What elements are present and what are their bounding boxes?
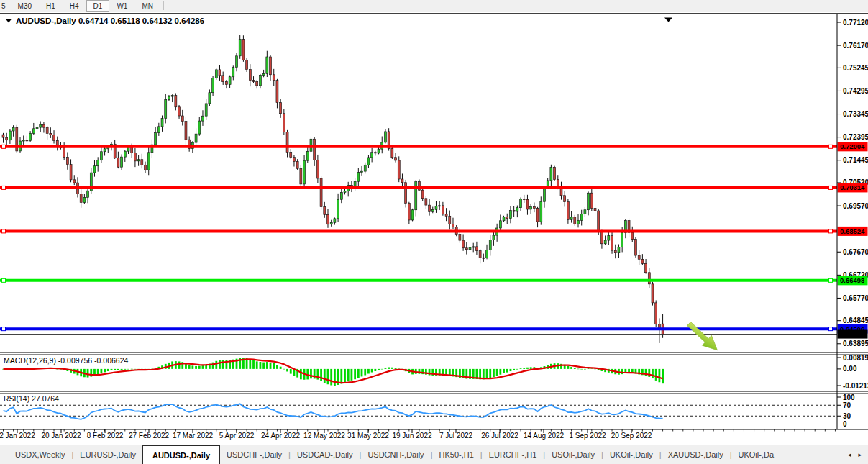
- macd-histogram-bar: [574, 368, 576, 369]
- tab-scroll-left-icon[interactable]: ◂: [844, 450, 855, 460]
- candle-body: [493, 235, 495, 240]
- macd-histogram-bar: [195, 366, 197, 369]
- chart-title-group: AUDUSD-,Daily 0.64714 0.65118 0.64132 0.…: [6, 17, 204, 25]
- tab-ukoil-da[interactable]: UKOil-,Da: [732, 445, 781, 464]
- candle-body: [509, 211, 511, 219]
- tab-ukoil-daily[interactable]: UKOil-,Daily: [603, 445, 659, 464]
- tf-button-m30[interactable]: M30: [11, 0, 39, 12]
- candle-body: [371, 153, 373, 158]
- tab-hk50-h1[interactable]: HK50-,H1: [432, 445, 480, 464]
- candle-body: [290, 152, 292, 157]
- hline-handle[interactable]: [2, 186, 6, 189]
- macd-histogram-bar: [530, 367, 532, 368]
- hline-handle[interactable]: [829, 186, 833, 189]
- macd-histogram-bar: [652, 369, 654, 378]
- candle-body: [50, 133, 52, 135]
- candle-body: [259, 76, 261, 86]
- hline-handle[interactable]: [829, 278, 833, 282]
- price-tick-label: 0.67670: [843, 248, 868, 256]
- candle-body: [32, 129, 35, 134]
- tf-button-mn[interactable]: MN: [134, 0, 160, 12]
- macd-histogram-bar: [310, 369, 312, 378]
- macd-axis-label: 0.00: [843, 365, 857, 373]
- candle-body: [273, 75, 275, 81]
- candle-body: [449, 216, 451, 224]
- macd-histogram-bar: [283, 369, 285, 370]
- candle-body: [503, 217, 505, 221]
- tab-usdx-weekly[interactable]: USDX,Weekly: [9, 445, 71, 464]
- macd-histogram-bar: [276, 365, 278, 369]
- candle-body: [73, 180, 76, 183]
- tab-usdcad-daily[interactable]: USDCAD-,Daily: [291, 445, 360, 464]
- date-label: 1 Sep 2022: [569, 432, 606, 440]
- candle-body: [256, 81, 258, 86]
- hline-handle[interactable]: [829, 327, 833, 331]
- hline-handle[interactable]: [829, 229, 833, 233]
- candle-body: [246, 60, 248, 70]
- macd-axis-label: 0.008197: [843, 354, 868, 362]
- candle-body: [600, 231, 603, 244]
- hline-handle[interactable]: [2, 278, 6, 282]
- tab-eurchf-h1[interactable]: EURCHF-,H1: [483, 445, 544, 464]
- macd-histogram-bar: [100, 369, 102, 373]
- candle-body: [121, 157, 123, 167]
- rsi-axis-label: 70: [843, 401, 851, 409]
- candle-body: [506, 217, 508, 219]
- candle-body: [499, 221, 501, 228]
- candle-body: [2, 135, 4, 137]
- price-tick-label: 0.64845: [843, 317, 868, 324]
- date-label: 8 Feb 2022: [87, 432, 124, 440]
- rsi-axis-label: 100: [843, 394, 855, 401]
- candle-body: [465, 248, 467, 250]
- candle-body: [219, 70, 221, 76]
- tf-button-w1[interactable]: W1: [109, 0, 134, 12]
- candle-body: [104, 149, 106, 152]
- candle-body: [310, 139, 312, 151]
- tab-eurusd-daily[interactable]: EURUSD-,Daily: [73, 445, 142, 464]
- date-label: 2 Jan 2022: [0, 432, 35, 440]
- tab-usdcnh-daily[interactable]: USDCNH-,Daily: [361, 445, 430, 464]
- hline-handle[interactable]: [829, 145, 833, 148]
- candle-body: [489, 240, 491, 250]
- candle-body: [608, 236, 610, 240]
- price-tick-label: 0.75245: [843, 64, 868, 72]
- tf-button-h4[interactable]: H4: [63, 0, 86, 12]
- candle-body: [408, 203, 410, 219]
- candle-body: [326, 214, 329, 224]
- tab-usdchf-daily[interactable]: USDCHF-,Daily: [220, 445, 288, 464]
- tf-button-d1[interactable]: D1: [86, 0, 110, 12]
- tab-audusd-daily[interactable]: AUDUSD-,Daily: [142, 445, 220, 464]
- tab-scroll-right-icon[interactable]: ▸: [854, 450, 865, 460]
- hline-handle[interactable]: [2, 229, 6, 233]
- macd-histogram-bar: [256, 361, 258, 369]
- tf-button-h1[interactable]: H1: [39, 0, 63, 12]
- candle-body: [117, 158, 119, 167]
- candle-body: [486, 250, 488, 258]
- hline-handle[interactable]: [2, 327, 6, 331]
- tab-xauusd-daily[interactable]: XAUUSD-,Daily: [662, 445, 730, 464]
- macd-histogram-bar: [395, 368, 397, 369]
- macd-histogram-bar: [327, 369, 329, 384]
- macd-histogram-bar: [202, 365, 204, 369]
- hline-handle[interactable]: [2, 145, 6, 148]
- price-tick-label: 0.72395: [843, 133, 868, 141]
- candle-body: [648, 273, 650, 284]
- price-tick-label: 0.71445: [843, 156, 868, 164]
- macd-histogram-bar: [364, 369, 366, 376]
- candle-body: [56, 140, 58, 145]
- candle-body: [655, 303, 657, 324]
- macd-histogram-bar: [314, 369, 316, 379]
- macd-histogram-bar: [489, 369, 491, 378]
- tab-usoil-daily[interactable]: USOil-,Daily: [545, 445, 601, 464]
- date-label: 19 Jun 2022: [392, 432, 431, 440]
- macd-axis-label: -0.012121: [843, 382, 868, 390]
- date-label: 5 Apr 2022: [219, 432, 255, 440]
- tf-button-5[interactable]: 5: [0, 0, 11, 12]
- candle-body: [293, 158, 295, 162]
- date-label: 24 Apr 2022: [261, 432, 300, 440]
- macd-histogram-bar: [486, 369, 488, 379]
- current-price-axis-label-text: 0.64286: [840, 330, 864, 338]
- macd-histogram-bar: [658, 369, 660, 382]
- chart-title: AUDUSD-,Daily 0.64714 0.65118 0.64132 0.…: [16, 17, 204, 25]
- candle-body: [70, 165, 72, 180]
